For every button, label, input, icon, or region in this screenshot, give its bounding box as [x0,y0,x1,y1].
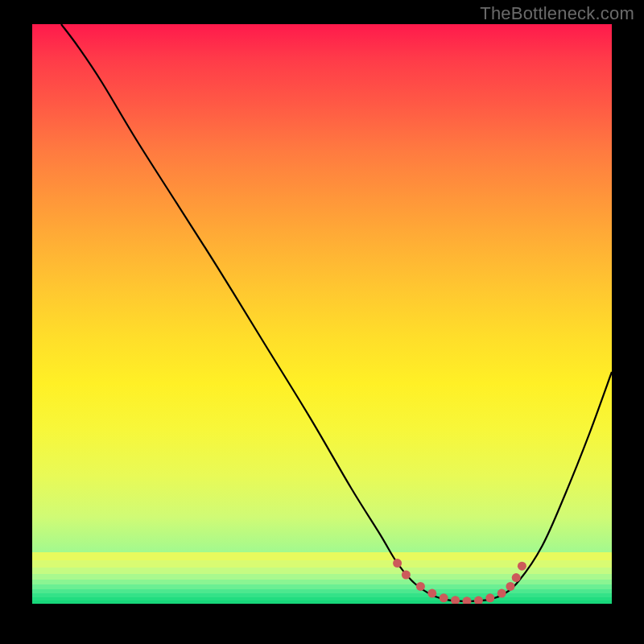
marker-dot [393,559,402,568]
marker-dot [518,562,526,571]
marker-dot [440,593,448,602]
marker-dot [463,597,472,604]
watermark-text: TheBottleneck.com [480,3,634,24]
marker-dot [474,597,483,604]
marker-dot [506,582,515,591]
marker-group [393,559,526,604]
marker-dot [402,571,411,580]
marker-dot [427,589,436,598]
marker-dot [512,573,521,582]
chart-container: TheBottleneck.com [0,0,644,644]
marker-dot [485,593,494,602]
marker-dot [451,596,460,604]
marker-dot [416,582,425,591]
marker-layer [32,24,612,604]
marker-dot [497,589,506,598]
plot-area [32,24,612,604]
